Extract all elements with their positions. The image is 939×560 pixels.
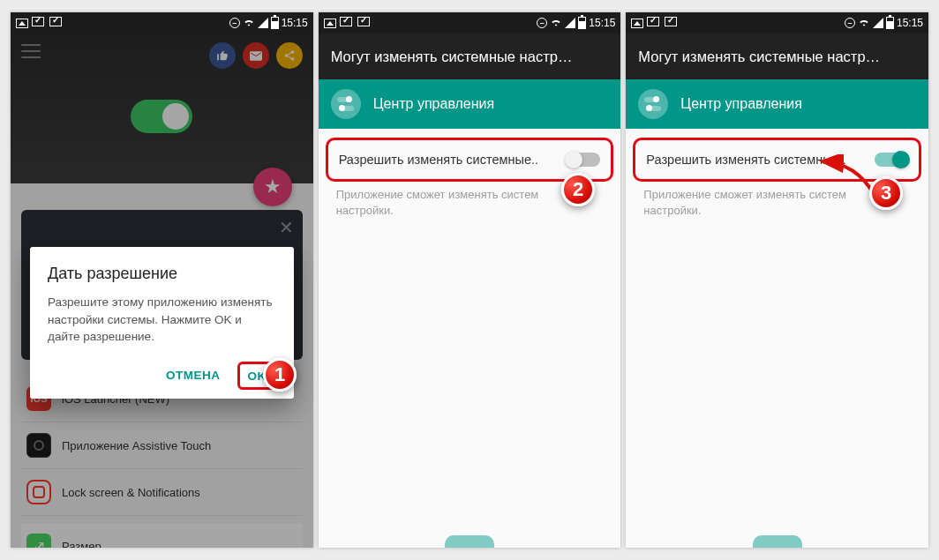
permission-toggle-off[interactable]: [567, 153, 600, 167]
screenshot-1: – 15:15 ★ ✕: [11, 12, 313, 548]
permission-label: Разрешить изменять системные..: [646, 153, 864, 167]
dialog-message: Разрешите этому приложению изменять наст…: [48, 294, 276, 346]
download-done-icon: [340, 17, 354, 29]
download-done-icon: [32, 17, 46, 29]
status-bar: – 15:15: [626, 12, 928, 34]
app-name: Центр управления: [680, 96, 802, 112]
signal-icon: [565, 18, 575, 28]
nav-pill: [753, 535, 802, 548]
page-title: Могут изменять системные настр…: [626, 34, 928, 79]
control-center-icon: [638, 89, 668, 119]
permission-label: Разрешить изменять системные..: [339, 153, 557, 167]
clock: 15:15: [589, 17, 615, 29]
nav-pill: [445, 535, 494, 548]
gallery-icon: [631, 19, 643, 28]
wifi-icon: [243, 17, 255, 29]
battery-icon: [886, 17, 894, 29]
permission-row-highlight: Разрешить изменять системные..: [633, 138, 921, 182]
permission-dialog: Дать разрешение Разрешите этому приложен…: [30, 247, 294, 399]
step-badge-1: 1: [263, 358, 297, 392]
battery-icon: [271, 17, 279, 29]
status-bar: – 15:15: [11, 12, 313, 34]
cancel-button[interactable]: ОТМЕНА: [157, 362, 229, 389]
wifi-icon: [550, 17, 562, 29]
step-badge-2: 2: [561, 173, 595, 206]
dnd-icon: –: [845, 18, 855, 28]
app-name: Центр управления: [373, 96, 495, 112]
signal-icon: [873, 18, 883, 28]
gallery-icon: [16, 19, 28, 28]
dialog-title: Дать разрешение: [48, 265, 276, 283]
control-center-icon: [331, 89, 361, 119]
download-done-icon: [357, 17, 372, 29]
permission-toggle-on[interactable]: [875, 153, 908, 167]
screenshot-3: – 15:15 Могут изменять системные настр… …: [626, 12, 928, 548]
download-done-icon: [49, 17, 64, 29]
dnd-icon: –: [537, 18, 547, 28]
step-badge-3: 3: [869, 176, 903, 210]
app-row: Центр управления: [319, 79, 621, 129]
dnd-icon: –: [229, 18, 240, 28]
app-row: Центр управления: [626, 79, 928, 129]
clock: 15:15: [282, 17, 308, 29]
signal-icon: [258, 18, 268, 28]
gallery-icon: [324, 19, 336, 28]
status-bar: – 15:15: [319, 12, 621, 34]
screenshot-2: – 15:15 Могут изменять системные настр… …: [319, 12, 621, 548]
download-done-icon: [665, 17, 679, 29]
page-title: Могут изменять системные настр…: [319, 34, 621, 79]
wifi-icon: [858, 17, 870, 29]
clock: 15:15: [897, 17, 923, 29]
download-done-icon: [647, 17, 661, 29]
battery-icon: [578, 17, 586, 29]
